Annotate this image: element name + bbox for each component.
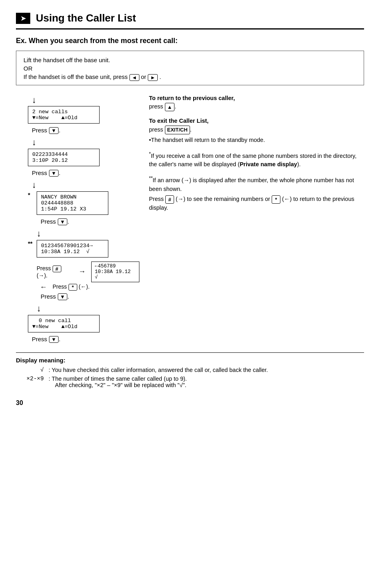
dm-symbol-x2x9: ×2-×9 [16, 376, 44, 388]
press-line-5: Press ▼. [32, 336, 100, 343]
flow-arrow-2: ↓ [32, 137, 36, 147]
up-arrow-button[interactable]: ▲ [165, 103, 175, 112]
press-line-2: Press ▼. [32, 169, 100, 177]
dm-desc-sqrt: : You have checked this caller informati… [49, 367, 364, 373]
flow-arrow-5: ↓ [37, 303, 41, 314]
flow-arrow-4: ↓ [37, 228, 41, 239]
hash-press-row: Press # (→). → ←456789 10:38A 19.12 √ [37, 262, 139, 282]
note1-title: To return to the previous caller, [149, 95, 235, 101]
dm-desc-x2x9: : The number of times the same caller ca… [49, 376, 364, 388]
press-line-1: Press ▼. [32, 127, 100, 134]
display-box-4: 012345678901234→ 10:38A 19.12 √ [37, 240, 108, 258]
note-private-name: *If you receive a call from one of the s… [149, 150, 364, 169]
title-arrow-icon: ➤ [16, 13, 30, 24]
hash-button[interactable]: # [53, 265, 61, 272]
intro-line2: OR [24, 65, 356, 72]
note2-title: To exit the Caller List, [149, 118, 209, 124]
down-arrow-btn-5[interactable]: ▼ [49, 336, 59, 343]
page-title: Using the Caller List [36, 12, 136, 24]
intro-line1: Lift the handset off the base unit. [24, 57, 356, 63]
down-arrow-btn-1[interactable]: ▼ [49, 127, 59, 134]
main-flow: ↓ 2 new calls ▼=New ▲=Old Press ▼. ↓ 022… [16, 94, 364, 346]
section-heading: Ex. When you search from the most recent… [16, 37, 364, 45]
note-return-previous: To return to the previous caller, press … [149, 94, 364, 112]
flow-step-4-row: ** 012345678901234→ 10:38A 19.12 √ Press… [28, 240, 139, 302]
display-box-2: 02223334444 3:10P 20.12 [28, 149, 100, 166]
press-line-4: Press ▼. [41, 293, 139, 301]
dm-row-sqrt: √ : You have checked this caller informa… [16, 367, 364, 373]
note4-text1: If an arrow (→) is displayed after the n… [149, 177, 354, 192]
dm-row-x2x9: ×2-×9 : The number of times the same cal… [16, 376, 364, 388]
flow-step-1: 2 new calls ▼=New ▲=Old Press ▼. [28, 106, 100, 136]
page-title-section: ➤ Using the Caller List [16, 12, 364, 29]
star-press-row: ← Press * (←). [37, 283, 139, 291]
flow-step-4: 012345678901234→ 10:38A 19.12 √ Press # … [37, 240, 139, 302]
flow-step-3: NANCY BROWN 0244448888 1:54P 19.12 X3 Pr… [37, 191, 108, 227]
flow-step-2: 02223334444 3:10P 20.12 Press ▼. [28, 149, 100, 179]
flow-arrow-3: ↓ [32, 180, 36, 190]
display-meaning-section: Display meaning: √ : You have checked th… [16, 352, 364, 388]
flow-step-3-row: * NANCY BROWN 0244448888 1:54P 19.12 X3 … [28, 191, 108, 227]
down-arrow-btn-3[interactable]: ▼ [58, 218, 68, 225]
flow-left-column: ↓ 2 new calls ▼=New ▲=Old Press ▼. ↓ 022… [16, 94, 139, 346]
flow-arrow-1: ↓ [32, 95, 36, 105]
intro-line3: If the handset is off the base unit, pre… [24, 73, 356, 81]
horizontal-flow-section: Press # (→). → ←456789 10:38A 19.12 √ ← … [37, 262, 139, 291]
display-box-1: 2 new calls ▼=New ▲=Old [28, 106, 100, 124]
note4-hash-button[interactable]: # [165, 195, 174, 204]
down-arrow-btn-2[interactable]: ▼ [49, 170, 59, 177]
dm-symbol-sqrt: √ [16, 367, 44, 373]
star-prefix-3: * [28, 191, 37, 198]
right-display-box: ←456789 10:38A 19.12 √ [91, 262, 139, 282]
flow-right-column: To return to the previous caller, press … [149, 94, 364, 346]
flow-step-5: 0 new call ▼=New ▲=Old Press ▼. [28, 315, 100, 345]
note-exit-caller-list: To exit the Caller List, press EXIT/CH. … [149, 117, 364, 144]
display-box-5: 0 new call ▼=New ▲=Old [28, 315, 100, 332]
note-arrow-number: **If an arrow (→) is displayed after the… [149, 175, 364, 212]
note3-text: If you receive a call from one of the sa… [149, 152, 356, 167]
note2-bullet: The handset will return to the standby m… [151, 137, 265, 143]
star-button[interactable]: * [69, 284, 77, 291]
left-arrow-button[interactable]: ◄ [129, 74, 139, 81]
double-star-prefix-4: ** [28, 240, 37, 247]
press-line-3: Press ▼. [41, 218, 108, 226]
exitCH-button[interactable]: EXIT/CH [165, 126, 190, 134]
right-arrow-button[interactable]: ► [148, 74, 158, 81]
intro-box: Lift the handset off the base unit. OR I… [16, 51, 364, 85]
page-number: 30 [16, 399, 364, 407]
display-meaning-title: Display meaning: [16, 357, 364, 364]
display-box-3: NANCY BROWN 0244448888 1:54P 19.12 X3 [37, 191, 108, 215]
down-arrow-btn-4[interactable]: ▼ [58, 293, 68, 300]
note4-star-button[interactable]: * [272, 195, 280, 204]
